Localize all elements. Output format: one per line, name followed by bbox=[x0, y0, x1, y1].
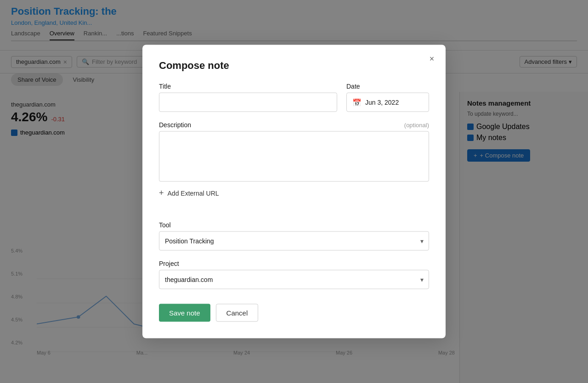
title-label: Title bbox=[159, 83, 337, 90]
calendar-icon: 📅 bbox=[352, 98, 362, 107]
compose-note-modal: × Compose note Title Date 📅 Jun 3, 2022 … bbox=[142, 45, 446, 338]
description-label: Description bbox=[159, 121, 191, 129]
tool-project-fields: Tool Position Tracking Organic Research … bbox=[159, 221, 429, 289]
tool-field: Tool Position Tracking Organic Research … bbox=[159, 221, 429, 251]
project-select[interactable]: theguardian.com bbc.co.uk dailymail.co.u… bbox=[159, 270, 429, 289]
description-label-row: Description (optional) bbox=[159, 121, 429, 129]
title-field: Title bbox=[159, 83, 337, 112]
project-label: Project bbox=[159, 260, 429, 267]
date-label: Date bbox=[346, 83, 429, 90]
description-section: Description (optional) bbox=[159, 121, 429, 184]
title-input[interactable] bbox=[159, 93, 337, 112]
project-select-wrapper: theguardian.com bbc.co.uk dailymail.co.u… bbox=[159, 270, 429, 289]
add-external-url-row[interactable]: + Add External URL bbox=[159, 186, 429, 201]
cancel-button[interactable]: Cancel bbox=[216, 304, 259, 322]
add-url-plus-icon: + bbox=[159, 188, 164, 198]
project-field: Project theguardian.com bbc.co.uk dailym… bbox=[159, 260, 429, 289]
tool-select[interactable]: Position Tracking Organic Research Keywo… bbox=[159, 231, 429, 251]
date-field: Date 📅 Jun 3, 2022 bbox=[346, 83, 429, 112]
date-input[interactable]: 📅 Jun 3, 2022 bbox=[346, 93, 429, 112]
description-optional: (optional) bbox=[404, 121, 429, 128]
modal-title: Compose note bbox=[159, 60, 429, 72]
description-textarea[interactable] bbox=[159, 131, 429, 182]
add-url-text: Add External URL bbox=[168, 189, 219, 197]
modal-close-button[interactable]: × bbox=[425, 52, 438, 65]
tool-label: Tool bbox=[159, 221, 429, 229]
date-value: Jun 3, 2022 bbox=[365, 99, 399, 106]
tool-select-wrapper: Position Tracking Organic Research Keywo… bbox=[159, 231, 429, 251]
title-date-row: Title Date 📅 Jun 3, 2022 bbox=[159, 83, 429, 112]
modal-footer: Save note Cancel bbox=[159, 304, 429, 322]
save-note-button[interactable]: Save note bbox=[159, 304, 210, 322]
